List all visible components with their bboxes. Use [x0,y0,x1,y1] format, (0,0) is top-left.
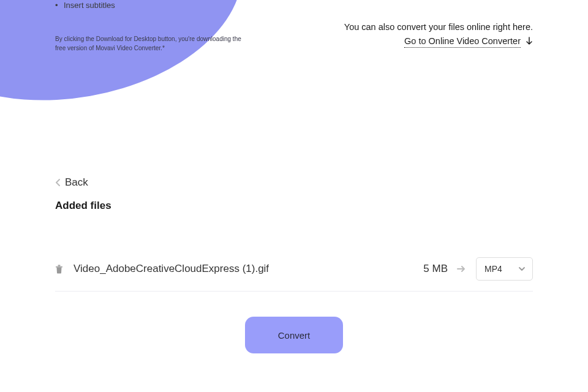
added-files-title: Added files [55,200,533,212]
files-section: Back Added files Video_AdobeCreativeClou… [55,176,533,292]
chevron-left-icon [55,178,61,187]
feature-bullet: Insert subtitles [55,0,245,11]
chevron-down-icon [518,266,526,271]
convert-button[interactable]: Convert [245,317,343,353]
online-convert-info: You can also convert your files online r… [344,22,533,48]
arrow-right-icon [457,265,466,273]
online-info-text: You can also convert your files online r… [344,22,533,32]
file-name: Video_AdobeCreativeCloudExpress (1).gif [74,263,423,275]
back-label: Back [65,176,88,189]
trash-icon[interactable] [55,265,63,274]
svg-rect-1 [58,265,61,266]
disclaimer-text: By clicking the Download for Desktop but… [55,34,245,53]
file-row: Video_AdobeCreativeCloudExpress (1).gif … [55,257,533,292]
format-select[interactable]: MP4 [476,257,533,281]
file-size: 5 MB [423,263,448,275]
online-converter-link[interactable]: Go to Online Video Converter [404,36,521,48]
svg-rect-0 [56,266,62,268]
back-button[interactable]: Back [55,176,88,189]
format-value: MP4 [484,264,502,274]
online-link-row: Go to Online Video Converter [404,36,533,48]
hero-content: Insert subtitles By clicking the Downloa… [55,0,245,53]
arrow-down-icon [526,37,533,47]
